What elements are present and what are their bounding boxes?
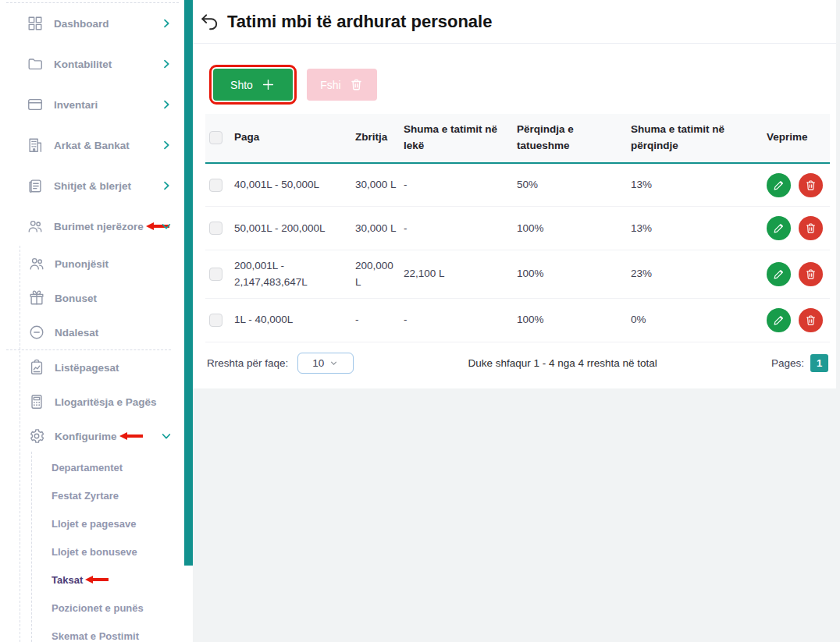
edit-button[interactable]	[767, 308, 791, 332]
sidebar-item-kontabilitet[interactable]: Kontabilitet	[0, 44, 193, 84]
edit-button[interactable]	[767, 262, 791, 286]
sidebar-item-dashboard[interactable]: Dashboard	[0, 3, 193, 44]
sidebar-item-listepagesat[interactable]: Listëpagesat	[0, 350, 193, 385]
sidebar-item-label: Llogaritësja e Pagës	[55, 396, 157, 408]
annotation-arrow-left-icon	[119, 432, 143, 440]
showing-rows-text: Duke shfaqur 1 - 4 nga 4 rreshta në tota…	[468, 357, 657, 369]
row-checkbox[interactable]	[209, 314, 222, 327]
chevron-down-icon[interactable]	[160, 430, 173, 442]
delete-row-button[interactable]	[799, 262, 823, 286]
sidebar-item-ndalesat[interactable]: Ndalesat	[0, 315, 193, 349]
back-arrow-icon[interactable]	[199, 12, 219, 32]
plus-icon	[261, 77, 276, 92]
trash-icon	[804, 222, 817, 235]
main-area: Tatimi mbi të ardhurat personale Shto Fs…	[193, 0, 840, 642]
sidebar-item-label: Dashboard	[54, 18, 109, 30]
cell-shuma-leke: -	[404, 298, 517, 342]
sidebar-item-burimet-njerezore[interactable]: Burimet njerëzore	[0, 206, 193, 247]
tax-table: Paga Zbritja Shuma e tatimit në lekë Për…	[205, 114, 830, 342]
table-footer: Rreshta për faqe: 10 Duke shfaqur 1 - 4 …	[205, 342, 830, 381]
table-row: 200,001L - 2,147,483,647L 200,000 L 22,1…	[205, 250, 830, 299]
chevron-right-icon[interactable]	[160, 179, 173, 192]
pencil-icon	[772, 314, 785, 327]
sidebar-item-arkat-bankat[interactable]: Arkat & Bankat	[0, 125, 193, 165]
sidebar-item-skemat-e-postimit[interactable]: Skemat e Postimit	[0, 622, 193, 642]
trash-icon	[804, 268, 817, 281]
sidebar-item-label: Taksat	[52, 574, 83, 586]
table-header-row: Paga Zbritja Shuma e tatimit në lekë Për…	[205, 114, 830, 163]
sidebar-item-llojet-e-bonuseve[interactable]: Llojet e bonuseve	[0, 537, 193, 566]
row-checkbox[interactable]	[209, 222, 222, 235]
sidebar-item-label: Llojet e bonuseve	[52, 546, 137, 558]
add-button[interactable]: Shto	[213, 69, 293, 101]
trash-icon	[349, 77, 364, 92]
chevron-right-icon[interactable]	[160, 17, 173, 30]
rows-per-page-label: Rreshta për faqe:	[207, 357, 288, 369]
sidebar-item-llogaritesja-e-pages[interactable]: Llogaritësja e Pagës	[0, 385, 193, 419]
row-checkbox[interactable]	[209, 179, 222, 192]
sidebar-item-label: Ndalesat	[55, 327, 98, 339]
sidebar-item-label: Bonuset	[55, 293, 97, 304]
sidebar: Dashboard Kontabilitet Inventari Arkat &…	[0, 0, 193, 642]
gift-icon	[28, 289, 45, 307]
cell-shuma-perqindje: 13%	[631, 207, 756, 250]
chevron-right-icon[interactable]	[160, 98, 173, 111]
cell-zbritja: 30,000 L	[355, 207, 404, 250]
sidebar-item-label: Festat Zyrtare	[52, 490, 119, 502]
page-number-button[interactable]: 1	[810, 354, 828, 372]
rows-per-page-select[interactable]: 10	[297, 353, 354, 374]
column-header-veprime: Veprime	[756, 114, 830, 163]
edit-button[interactable]	[767, 216, 791, 240]
sidebar-item-shitjet-blerjet[interactable]: Shitjet & blerjet	[0, 165, 193, 206]
sidebar-item-label: Inventari	[54, 99, 98, 111]
cell-paga: 200,001L - 2,147,483,647L	[234, 250, 355, 299]
column-header-shuma-perqindje: Shuma e tatimit në përqindje	[631, 114, 756, 163]
delete-row-button[interactable]	[799, 216, 823, 240]
delete-button-label: Fshi	[320, 79, 340, 91]
sidebar-item-label: Shitjet & blerjet	[54, 180, 131, 192]
cell-paga: 1L - 40,000L	[234, 298, 355, 342]
sidebar-item-label: Skemat e Postimit	[52, 630, 139, 642]
sidebar-item-festat-zyrtare[interactable]: Festat Zyrtare	[0, 481, 193, 509]
sidebar-item-label: Kontabilitet	[54, 59, 112, 70]
chevron-down-icon	[329, 358, 339, 368]
sidebar-item-punonjesit[interactable]: Punonjësit	[0, 247, 193, 281]
delete-row-button[interactable]	[799, 308, 823, 332]
edit-button[interactable]	[767, 173, 791, 197]
sidebar-item-konfigurime[interactable]: Konfigurime	[0, 419, 193, 453]
column-header-zbritja: Zbritja	[355, 114, 404, 163]
sidebar-item-label: Llojet e pagesave	[52, 518, 136, 530]
sidebar-item-llojet-e-pagesave[interactable]: Llojet e pagesave	[0, 509, 193, 537]
clipboard-chart-icon	[28, 359, 45, 376]
select-all-checkbox[interactable]	[209, 131, 222, 144]
column-header-shuma-leke: Shuma e tatimit në lekë	[404, 114, 517, 163]
sidebar-item-taksat[interactable]: Taksat	[0, 566, 193, 594]
sidebar-item-departamentet[interactable]: Departamentet	[0, 453, 193, 481]
chevron-down-icon[interactable]	[160, 220, 173, 232]
table-row: 50,001L - 200,000L 30,000 L - 100% 13%	[205, 207, 830, 250]
add-button-label: Shto	[230, 79, 253, 91]
row-checkbox[interactable]	[209, 268, 222, 281]
table-card: Shto Fshi	[193, 44, 836, 388]
delete-row-button[interactable]	[799, 173, 823, 197]
sidebar-item-pozicionet-e-punes[interactable]: Pozicionet e punës	[0, 594, 193, 622]
chevron-right-icon[interactable]	[160, 139, 173, 151]
chevron-right-icon[interactable]	[160, 58, 173, 70]
delete-button[interactable]: Fshi	[307, 69, 377, 101]
cell-perqindja: 100%	[517, 250, 631, 299]
app-window: Dashboard Kontabilitet Inventari Arkat &…	[0, 0, 840, 642]
cell-paga: 50,001L - 200,000L	[234, 207, 355, 250]
cell-shuma-perqindje: 0%	[631, 298, 756, 342]
sidebar-item-inventari[interactable]: Inventari	[0, 84, 193, 125]
cell-perqindja: 100%	[517, 207, 631, 250]
table-row: 40,001L - 50,000L 30,000 L - 50% 13%	[205, 163, 830, 207]
column-header-paga: Paga	[234, 114, 355, 163]
cell-perqindja: 100%	[517, 298, 631, 342]
content-panel: Tatimi mbi të ardhurat personale Shto Fs…	[193, 0, 836, 388]
column-header-perqindja: Përqindja e tatueshme	[517, 114, 631, 163]
people-icon	[27, 218, 44, 235]
table-row: 1L - 40,000L - - 100% 0%	[205, 298, 830, 342]
pencil-icon	[772, 179, 785, 192]
annotation-arrow-left-icon	[85, 576, 109, 583]
sidebar-item-bonuset[interactable]: Bonuset	[0, 281, 193, 315]
